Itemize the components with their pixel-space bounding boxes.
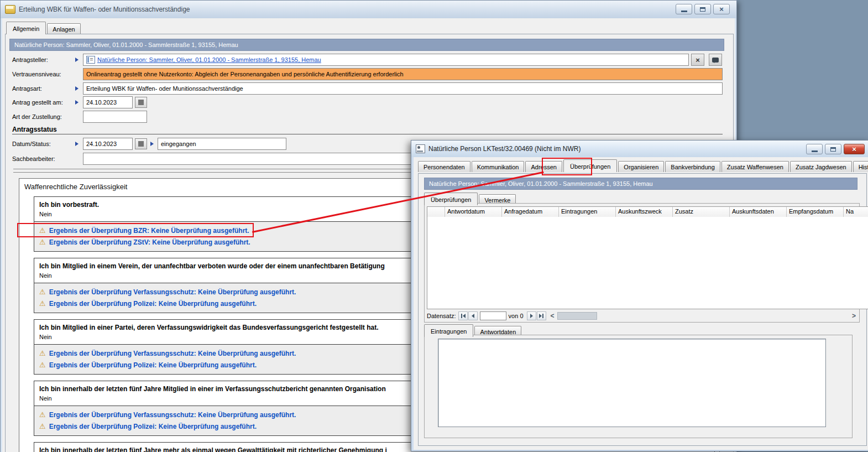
horizontal-scrollbar[interactable]: < > xyxy=(550,311,858,320)
check-result-link[interactable]: Ergebnis der Überprüfung Verfassungsschu… xyxy=(49,288,296,296)
close-icon: × xyxy=(719,6,724,13)
column-header-empfangsdatum[interactable]: Empfangsdatum xyxy=(787,207,844,217)
comment-icon xyxy=(712,58,719,63)
scroll-right-icon[interactable]: > xyxy=(852,311,856,320)
datum-field[interactable]: 24.10.2023 xyxy=(83,138,133,150)
check-result-link[interactable]: Ergebnis der Überprüfung Polizei: Keine … xyxy=(49,300,257,308)
date-picker-icon xyxy=(138,141,144,147)
warning-icon: ⚠ xyxy=(39,423,46,430)
previous-record-button[interactable] xyxy=(468,311,478,320)
person-window-icon xyxy=(416,144,425,153)
close-button[interactable]: × xyxy=(844,144,865,154)
table-body[interactable] xyxy=(427,217,868,309)
annotation-box-ueberpruefungen-tab xyxy=(542,158,592,175)
scroll-left-icon[interactable]: < xyxy=(551,311,555,320)
column-header-na[interactable]: Na xyxy=(844,207,868,217)
check-result-link[interactable]: Ergebnis der Überprüfung ZStV: Keine Übe… xyxy=(49,238,250,246)
datum-arrow-icon xyxy=(75,142,79,146)
ueberpruefungen-tab-page: Natürliche Person: Sammler, Oliver, 01.0… xyxy=(418,173,867,446)
column-header-blank[interactable] xyxy=(427,207,445,217)
check-result-link[interactable]: Ergebnis der Überprüfung Polizei: Keine … xyxy=(49,423,257,430)
warning-icon: ⚠ xyxy=(39,350,46,357)
column-header-eintragungen[interactable]: Eintragungen xyxy=(559,207,616,217)
antragsart-arrow-icon xyxy=(75,86,79,91)
first-record-icon xyxy=(461,314,462,318)
tab-personendaten[interactable]: Personendaten xyxy=(418,161,470,172)
tab-zusatz-jagdwesen[interactable]: Zusatz Jagdwesen xyxy=(790,161,852,172)
date-picker-icon xyxy=(138,100,144,105)
maximize-button[interactable] xyxy=(825,144,841,154)
eintragungen-detail-panel xyxy=(424,335,853,438)
minimize-button[interactable] xyxy=(806,144,823,154)
table-header-row: AntwortdatumAnfragedatumEintragungenAusk… xyxy=(427,207,868,217)
titlebar[interactable]: Erteilung WBK für Waffen- oder Munitions… xyxy=(1,1,736,18)
comment-button[interactable] xyxy=(709,54,722,66)
antragsart-field[interactable]: Erteilung WBK für Waffen- oder Munitions… xyxy=(83,82,723,95)
close-button[interactable]: × xyxy=(713,4,730,14)
previous-record-icon xyxy=(472,314,474,318)
antragsteller-label: Antragsteller: xyxy=(12,54,48,66)
tab-bankverbindung[interactable]: Bankverbindung xyxy=(665,161,720,172)
art-der-zustellung-field[interactable] xyxy=(83,111,147,123)
column-header-auskunftszweck[interactable]: Auskunftszweck xyxy=(616,207,673,217)
antragsteller-field[interactable]: Natürliche Person: Sammler, Oliver, 01.0… xyxy=(83,54,689,66)
tab-zusatz-waffenwesen[interactable]: Zusatz Waffenwesen xyxy=(721,161,789,172)
next-record-button[interactable] xyxy=(527,311,536,320)
record-navigator: Datensatz: von 0 < > xyxy=(426,310,858,321)
first-record-icon xyxy=(463,314,466,318)
tab-anlagen[interactable]: Anlagen xyxy=(47,23,80,34)
status-date-picker-button[interactable] xyxy=(135,138,147,149)
window-client-area: PersonendatenKommunikationAdressenÜberpr… xyxy=(414,157,868,450)
art-der-zustellung-label: Art der Zustellung: xyxy=(12,111,62,123)
status-field[interactable]: eingegangen xyxy=(158,138,286,150)
person-record-icon xyxy=(86,56,95,64)
maximize-icon xyxy=(700,7,705,12)
person-summary-bar: Natürliche Person: Sammler, Oliver, 01.0… xyxy=(9,39,724,51)
warning-icon: ⚠ xyxy=(39,238,46,246)
zuverlaessigkeit-group-title: Waffenrechtliche Zuverlässigkeit xyxy=(24,183,127,191)
detail-tab-eintragungen[interactable]: Eintragungen xyxy=(424,324,473,337)
antragsstatus-divider xyxy=(12,134,723,134)
column-header-anfragedatum[interactable]: Anfragedatum xyxy=(502,207,559,217)
maximize-icon xyxy=(830,147,836,152)
check-result-link[interactable]: Ergebnis der Überprüfung Verfassungsschu… xyxy=(49,350,296,357)
tab-historie[interactable]: Historie xyxy=(853,161,868,172)
first-record-button[interactable] xyxy=(458,311,468,320)
antrag-gestellt-am-field[interactable]: 24.10.2023 xyxy=(83,96,133,108)
window-natuerliche-person: Natürliche Person LKTest/32.00469 (Nicht… xyxy=(411,140,868,451)
titlebar[interactable]: Natürliche Person LKTest/32.00469 (Nicht… xyxy=(411,141,868,157)
window-title: Natürliche Person LKTest/32.00469 (Nicht… xyxy=(428,145,581,153)
tab-organisieren[interactable]: Organisieren xyxy=(618,161,664,172)
clear-antragsteller-button[interactable]: × xyxy=(691,54,704,66)
antrag-gestellt-am-arrow-icon xyxy=(75,100,79,105)
last-record-button[interactable] xyxy=(537,311,546,320)
next-record-icon xyxy=(530,314,533,318)
antragsteller-link[interactable]: Natürliche Person: Sammler, Oliver, 01.0… xyxy=(97,54,321,65)
clear-icon: × xyxy=(696,56,700,64)
ueberpruefungen-table: AntwortdatumAnfragedatumEintragungenAusk… xyxy=(427,206,868,309)
minimize-button[interactable] xyxy=(676,4,692,14)
antrag-gestellt-am-label: Antrag gestellt am: xyxy=(12,96,63,108)
tab-allgemein[interactable]: Allgemein xyxy=(6,22,46,34)
last-record-icon xyxy=(542,314,543,318)
status-arrow-icon xyxy=(150,142,154,146)
record-position-input[interactable] xyxy=(480,311,506,320)
datum-status-label: Datum/Status: xyxy=(12,138,51,150)
tab-kommunikation[interactable]: Kommunikation xyxy=(472,161,525,172)
vertrauensniveau-label: Vertrauensniveau: xyxy=(12,68,61,80)
column-header-auskunftsdaten[interactable]: Auskunftsdaten xyxy=(730,207,787,217)
date-picker-button[interactable] xyxy=(135,97,147,108)
ueberpruefungen-content-panel: AntwortdatumAnfragedatumEintragungenAusk… xyxy=(424,203,860,323)
column-header-antwortdatum[interactable]: Antwortdatum xyxy=(445,207,502,217)
column-header-zusatz[interactable]: Zusatz xyxy=(673,207,730,217)
check-result-link[interactable]: Ergebnis der Überprüfung Verfassungsschu… xyxy=(49,411,296,419)
eintragungen-text-area[interactable] xyxy=(438,339,826,427)
antragsteller-arrow-icon xyxy=(75,58,79,62)
application-icon xyxy=(5,5,15,14)
annotation-box-bzr-link xyxy=(17,223,254,237)
check-result-link[interactable]: Ergebnis der Überprüfung Polizei: Keine … xyxy=(49,361,257,369)
maximize-button[interactable] xyxy=(694,4,711,14)
last-record-icon xyxy=(539,314,542,318)
scrollbar-thumb[interactable] xyxy=(557,312,597,320)
vertrauensniveau-field: Onlineantrag gestellt ohne Nutzerkonto: … xyxy=(83,68,723,80)
